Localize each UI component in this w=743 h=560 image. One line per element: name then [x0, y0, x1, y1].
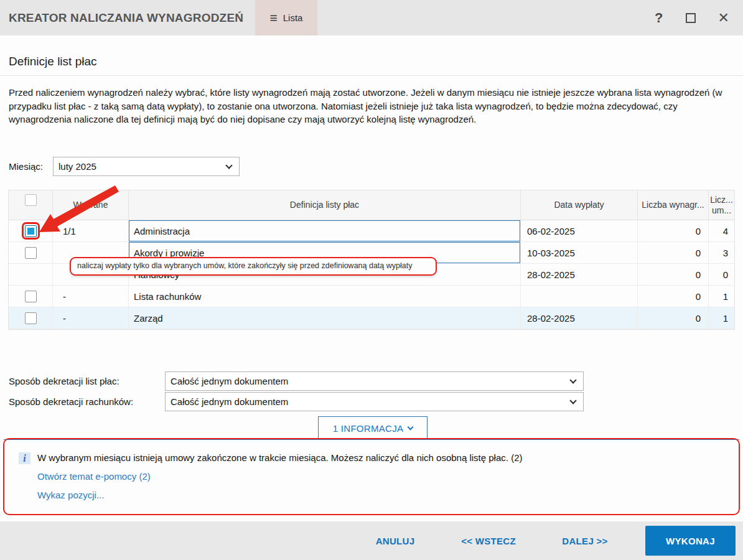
execute-button[interactable]: WYKONAJ — [645, 526, 736, 556]
liczba-umow-cell: 3 — [709, 242, 734, 264]
checkbox-cell — [9, 286, 53, 307]
header-cell-checkbox — [9, 190, 53, 220]
tab-lista[interactable]: ≡ Lista — [255, 0, 317, 35]
window-title: KREATOR NALICZANIA WYNAGRODZEŃ — [9, 0, 243, 35]
wybrane-cell: 1/1 — [53, 220, 129, 242]
cancel-button[interactable]: ANULUJ — [352, 536, 439, 546]
definicja-cell[interactable]: Lista rachunków — [129, 286, 521, 307]
checkbox-cell — [9, 264, 53, 286]
tab-label: Lista — [283, 12, 303, 23]
header-cell-wybrane[interactable]: Wybrane — [53, 190, 129, 220]
header-cell-definicja[interactable]: Definicja listy płac — [129, 190, 521, 220]
checkbox-cell — [9, 220, 53, 242]
description-text: Przed naliczeniem wynagrodzeń należy wyb… — [9, 86, 736, 126]
liczba-wynagrodzen-cell: 0 — [638, 242, 709, 264]
data-wyplaty-cell: 06-02-2025 — [521, 220, 638, 242]
close-icon[interactable]: ✕ — [718, 10, 729, 26]
chevron-down-icon — [408, 424, 414, 431]
checkbox-cell — [9, 307, 53, 329]
chevron-down-icon — [225, 162, 232, 169]
back-button[interactable]: << WSTECZ — [439, 536, 538, 546]
info-panel: i W wybranym miesiącu istnieją umowy zak… — [4, 439, 739, 514]
wybrane-cell: - — [53, 286, 129, 307]
definicja-cell[interactable]: Administracja — [129, 220, 521, 242]
maximize-icon[interactable] — [686, 13, 696, 23]
header-cell-liczba-wynagrodzen[interactable]: Liczba wynagr... — [638, 190, 709, 220]
wybrane-cell: - — [53, 307, 129, 329]
table-row[interactable]: -Zarząd28-02-202501 — [9, 307, 734, 329]
header-cell-liczba-umow[interactable]: Licz... um... — [709, 190, 734, 220]
data-wyplaty-cell: 10-03-2025 — [521, 242, 638, 264]
dekretacja-rachunkow-value: Całość jednym dokumentem — [171, 396, 288, 407]
liczba-wynagrodzen-cell: 0 — [638, 264, 709, 286]
wizard-window: KREATOR NALICZANIA WYNAGRODZEŃ ≡ Lista ?… — [0, 0, 743, 560]
next-button[interactable]: DALEJ >> — [538, 536, 632, 546]
month-select-value: luty 2025 — [58, 161, 96, 172]
liczba-umow-cell: 1 — [709, 307, 734, 329]
liczba-umow-cell: 4 — [709, 220, 734, 242]
checkbox-cell — [9, 242, 53, 264]
dekretacja-rachunkow-select[interactable]: Całość jednym dokumentem — [165, 392, 584, 411]
dekretacja-list-plac-value: Całość jednym dokumentem — [171, 376, 288, 386]
liczba-wynagrodzen-cell: 0 — [638, 307, 709, 329]
liczba-umow-cell: 1 — [709, 286, 734, 307]
footer-bar: ANULUJ << WSTECZ DALEJ >> WYKONAJ — [0, 521, 743, 560]
row-checkbox[interactable] — [25, 247, 37, 259]
dekretacja-rachunkow-row: Sposób dekretacji rachunków: Całość jedn… — [9, 392, 133, 411]
row-checkbox[interactable] — [25, 291, 37, 302]
header-cell-data-wyplaty[interactable]: Data wypłaty — [521, 190, 638, 220]
row-checkbox[interactable] — [25, 225, 37, 237]
row-checkbox[interactable] — [25, 312, 37, 324]
hamburger-icon: ≡ — [270, 11, 278, 24]
titlebar: KREATOR NALICZANIA WYNAGRODZEŃ ≡ Lista ?… — [0, 0, 743, 35]
data-wyplaty-cell: 28-02-2025 — [521, 264, 638, 286]
select-all-checkbox[interactable] — [25, 194, 37, 206]
help-icon[interactable]: ? — [655, 10, 663, 26]
dekretacja-list-plac-label: Sposób dekretacji list płac: — [9, 376, 119, 386]
definicja-cell[interactable]: Zarząd — [129, 307, 521, 329]
liczba-wynagrodzen-cell: 0 — [638, 286, 709, 307]
page-title: Definicje list płac — [9, 55, 97, 68]
liczba-umow-cell: 0 — [709, 264, 734, 286]
chevron-down-icon — [569, 376, 576, 383]
info-icon: i — [19, 452, 30, 464]
info-message: W wybranym miesiącu istnieją umowy zakoń… — [37, 452, 722, 463]
informacja-toggle-button[interactable]: 1 INFORMACJA — [318, 416, 428, 439]
open-ehelp-link[interactable]: Otwórz temat e-pomocy (2) — [37, 471, 151, 482]
month-label: Miesiąc: — [9, 161, 43, 172]
wykaz-pozycji-link[interactable]: Wykaz pozycji... — [37, 490, 104, 500]
dekretacja-list-plac-row: Sposób dekretacji list płac: Całość jedn… — [9, 371, 119, 391]
dekretacja-list-plac-select[interactable]: Całość jednym dokumentem — [165, 371, 584, 391]
data-wyplaty-cell: 28-02-2025 — [521, 307, 638, 329]
data-wyplaty-cell — [521, 286, 638, 307]
liczba-wynagrodzen-cell: 0 — [638, 220, 709, 242]
divider — [0, 75, 743, 76]
table-header-row: Wybrane Definicja listy płac Data wypłat… — [9, 190, 734, 220]
dekretacja-rachunkow-label: Sposób dekretacji rachunków: — [9, 396, 133, 407]
informacja-toggle-label: 1 INFORMACJA — [333, 423, 404, 434]
tooltip: naliczaj wypłaty tylko dla wybranych umó… — [70, 257, 437, 276]
month-row: Miesiąc: luty 2025 — [9, 157, 43, 176]
window-controls: ? ✕ — [655, 0, 743, 35]
table-row[interactable]: 1/1Administracja06-02-202504 — [9, 220, 734, 242]
table-row[interactable]: -Lista rachunków01 — [9, 286, 734, 307]
month-select[interactable]: luty 2025 — [53, 157, 240, 176]
chevron-down-icon — [569, 397, 576, 404]
